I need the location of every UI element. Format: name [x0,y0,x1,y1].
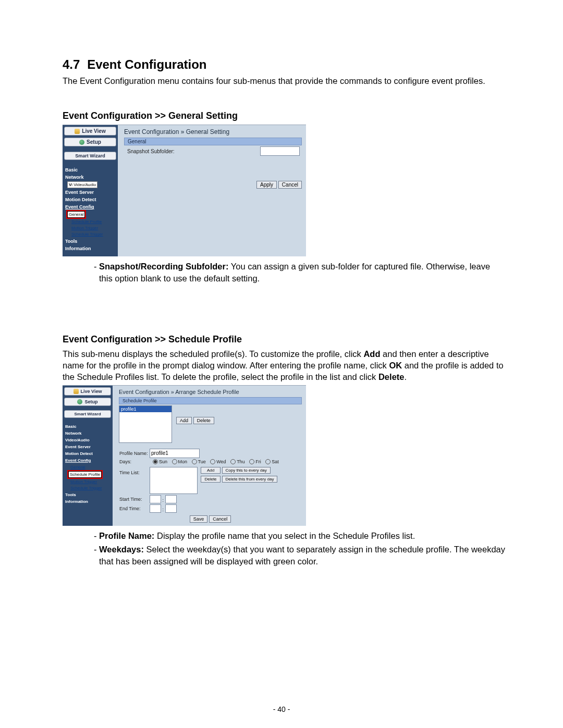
camera-icon [75,129,80,134]
page-number: - 40 - [0,705,563,713]
content-1: Event Configuration » General Setting Ge… [118,125,306,256]
breadcrumb-1: Event Configuration » General Setting [124,128,302,135]
radio-sun[interactable] [153,459,158,464]
sidebar-item-video-audio[interactable]: Vi Video/Audio [67,181,97,188]
screenshot-general-setting: Live View Setup Smart Wizard Basic Netwo… [63,125,306,256]
cancel-button-2[interactable]: Cancel [209,515,231,523]
sidebar2-network[interactable]: Network [64,430,111,437]
radio-mon[interactable] [172,459,177,464]
ec2-motion-trigger[interactable]: Motion Trigger [69,479,111,485]
days-row: Sun Mon Tue Wed Thu Fri Sat [149,459,279,465]
subfolder-input[interactable] [260,146,300,156]
sidebar-2: Live View Setup Smart Wizard Basic Netwo… [63,386,113,526]
gear-icon [77,399,82,404]
radio-wed[interactable] [210,459,215,464]
sidebar-item-event-server[interactable]: Event Server [64,189,116,196]
sidebar-item-network[interactable]: Network [64,174,116,181]
radio-thu[interactable] [230,459,236,464]
section-heading: 4.7 Event Configuration [63,57,506,72]
end-hour-input[interactable] [150,504,161,513]
content-2: Event Configuration » Arrange Schedule P… [113,386,306,526]
radio-fri[interactable] [249,459,254,464]
screenshot-schedule-profile: Live View Setup Smart Wizard Basic Netwo… [63,385,306,526]
sidebar2-event-config[interactable]: Event Config [64,457,111,464]
time-add-button[interactable]: Add [201,467,221,474]
event-config-sub-motion-trigger[interactable]: Motion Trigger [70,225,116,231]
cancel-button[interactable]: Cancel [278,181,302,189]
section-intro: The Event Configuration menu contains fo… [63,75,506,87]
sidebar-item-information[interactable]: Information [64,245,116,252]
time-list-label: Time List: [119,465,149,495]
subsection-2-intro: This sub-menu displays the scheduled pro… [63,348,506,383]
sidebar2-basic[interactable]: Basic [64,423,111,430]
camera-icon [74,389,79,394]
live-view-button-2[interactable]: Live View [64,387,111,396]
days-label: Days: [119,459,149,465]
time-delete-button[interactable]: Delete [201,476,221,483]
bullet-profile-name: Profile Name: Display the profile name t… [99,530,506,541]
smart-wizard-button-2[interactable]: Smart Wizard [64,410,111,418]
sidebar2-event-server[interactable]: Event Server [64,443,111,450]
ec2-schedule-trigger[interactable]: Schedule Trigger [69,485,111,491]
start-hour-input[interactable] [150,495,161,503]
setup-button[interactable]: Setup [64,138,116,146]
live-view-button[interactable]: Live View [64,127,116,135]
subsection-2-heading: Event Configuration >> Schedule Profile [63,334,506,345]
setup-button-2[interactable]: Setup [64,398,111,406]
start-time-label: Start Time: [119,495,149,504]
sidebar2-motion-detect[interactable]: Motion Detect [64,450,111,457]
section-title: Event Configuration [87,57,206,71]
sidebar-item-event-config[interactable]: Event Config [64,203,116,211]
sidebar-item-motion-detect[interactable]: Motion Detect [64,196,116,203]
profile-row-1[interactable]: profile1 [119,406,172,412]
sidebar-item-tools[interactable]: Tools [64,238,116,245]
section-number: 4.7 [63,57,80,71]
event-config-sub-general[interactable]: General [67,211,85,218]
gear-icon [79,140,84,145]
end-min-input[interactable] [165,504,177,513]
bullets-1: Snapshot/Recording Subfolder: You can as… [78,261,506,284]
bullet-snapshot-subfolder: Snapshot/Recording Subfolder: You can as… [99,261,506,284]
breadcrumb-2: Event Configuration » Arrange Schedule P… [119,389,302,395]
smart-wizard-button[interactable]: Smart Wizard [64,152,116,160]
sidebar2-information[interactable]: Information [64,498,111,505]
panel-title-general: General [124,138,302,145]
profile-name-input[interactable] [150,449,200,458]
sidebar2-video-audio[interactable]: Video/Audio [64,437,111,443]
time-copy-button[interactable]: Copy this to every day [222,467,271,474]
subsection-1-heading: Event Configuration >> General Setting [63,110,506,121]
time-delete-from-button[interactable]: Delete this from every day [222,476,278,483]
sidebar-item-basic[interactable]: Basic [64,166,116,174]
ec2-schedule-profile[interactable]: Schedule Profile [68,471,102,478]
panel-title-schedule: Schedule Profile [119,397,302,404]
time-list-box[interactable] [150,467,198,494]
profile-name-label: Profile Name: [119,448,149,459]
event-config-sub-schedule-profile[interactable]: Schedule Profile [70,219,116,225]
radio-sat[interactable] [265,459,271,464]
sidebar2-tools[interactable]: Tools [64,491,111,498]
profiles-listbox[interactable]: profile1 [119,405,172,443]
apply-button[interactable]: Apply [256,181,277,189]
bullet-weekdays: Weekdays: Select the weekday(s) that you… [99,544,506,567]
sidebar-1: Live View Setup Smart Wizard Basic Netwo… [63,125,118,256]
delete-profile-button[interactable]: Delete [193,417,214,424]
save-button[interactable]: Save [190,515,208,523]
add-profile-button[interactable]: Add [176,417,192,424]
subfolder-label: Snapshot Subfolder: [127,149,175,154]
event-config-sub-schedule-trigger[interactable]: Schedule Trigger [70,231,116,237]
end-time-label: End Time: [119,504,149,513]
ec2-general[interactable]: General [69,464,111,470]
start-min-input[interactable] [165,495,177,503]
radio-tue[interactable] [192,459,197,464]
bullets-2: Profile Name: Display the profile name t… [78,530,506,567]
